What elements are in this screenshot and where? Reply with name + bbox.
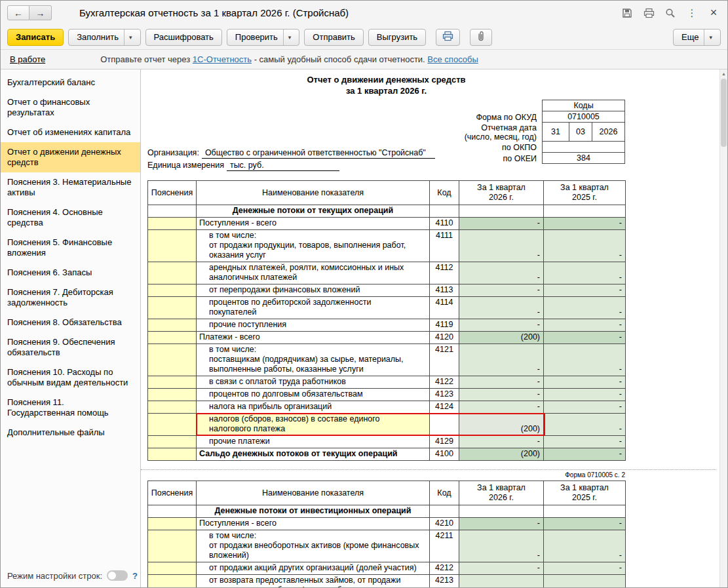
save-icon[interactable] (621, 7, 633, 19)
explanation-cell[interactable] (148, 389, 197, 401)
value-2025-cell[interactable]: - (544, 332, 626, 344)
value-2025-cell[interactable]: - (544, 448, 626, 461)
explanation-cell[interactable] (148, 448, 197, 461)
value-2025-cell[interactable]: - (544, 436, 626, 448)
explanation-cell[interactable] (148, 530, 197, 562)
value-2025-cell[interactable]: - (544, 414, 626, 436)
more-actions-button[interactable]: Еще▾ (673, 29, 721, 46)
code-cell (430, 414, 459, 436)
explanation-cell[interactable] (148, 297, 197, 319)
sidebar-item[interactable]: Дополнительные файлы (1, 423, 140, 442)
sidebar-item[interactable]: Бухгалтерский баланс (1, 73, 140, 92)
value-2025-cell[interactable]: - (544, 562, 626, 575)
value-2026-cell[interactable]: - (459, 389, 544, 401)
value-2025-cell[interactable]: - (544, 376, 626, 389)
explanation-cell[interactable] (148, 230, 197, 262)
forward-button[interactable]: → (29, 5, 52, 20)
value-2025-cell[interactable]: - (544, 344, 626, 376)
sidebar-item[interactable]: Пояснения 9. Обеспечения обязательств (1, 332, 140, 363)
scroll-up-icon[interactable]: ▲ (720, 69, 727, 78)
codes-header-cell: Коды (542, 100, 625, 111)
value-2026-cell[interactable]: - (459, 284, 544, 297)
value-2026-cell[interactable]: - (459, 575, 544, 588)
sidebar-item[interactable]: Отчет о финансовых результатах (1, 92, 140, 123)
sidebar-item[interactable]: Пояснения 11. Государственная помощь (1, 393, 140, 423)
chevron-down-icon[interactable]: ▾ (704, 29, 712, 45)
table-row: от перепродажи финансовых вложений4113-- (148, 284, 626, 297)
row-settings-toggle[interactable] (107, 570, 128, 581)
explanation-cell[interactable] (148, 218, 197, 230)
reporting-service-link[interactable]: 1С-Отчетность (193, 54, 252, 64)
value-2025-cell[interactable]: - (544, 284, 626, 297)
explanation-cell[interactable] (148, 262, 197, 284)
fill-button[interactable]: Заполнить▾ (68, 29, 140, 46)
explanation-cell[interactable] (148, 319, 197, 332)
explanation-cell[interactable] (148, 284, 197, 297)
sidebar-item[interactable]: Пояснения 4. Основные средства (1, 203, 140, 233)
export-button[interactable]: Выгрузить (368, 29, 426, 46)
value-2025-cell[interactable]: - (544, 218, 626, 230)
value-2025-cell[interactable]: - (544, 319, 626, 332)
value-2025-cell[interactable]: - (544, 575, 626, 588)
sidebar-item[interactable]: Отчет о движении денежных средств (1, 142, 140, 172)
more-icon[interactable]: ⋮ (686, 7, 698, 19)
explanation-cell[interactable] (148, 414, 197, 436)
sidebar-item[interactable]: Пояснения 7. Дебиторская задолженность (1, 283, 140, 313)
cash-flow-table-1: ПоясненияНаименование показателяКодЗа 1 … (147, 180, 626, 461)
all-methods-link[interactable]: Все способы (427, 54, 478, 64)
scrollbar-thumb[interactable] (721, 79, 727, 147)
explanation-cell[interactable] (148, 376, 197, 389)
send-button[interactable]: Отправить (304, 29, 363, 46)
value-2026-cell[interactable]: - (459, 344, 544, 376)
value-2025-cell[interactable]: - (544, 262, 626, 284)
value-2026-cell[interactable]: - (459, 230, 544, 262)
value-2025-cell[interactable]: - (544, 401, 626, 414)
sidebar-item[interactable]: Пояснения 8. Обязательства (1, 313, 140, 332)
value-2026-cell[interactable]: (200) (459, 448, 544, 461)
close-icon[interactable]: × (708, 7, 719, 19)
search-icon[interactable] (664, 7, 676, 19)
explanation-cell[interactable] (148, 401, 197, 414)
value-2026-cell[interactable]: (200) (459, 332, 544, 344)
sidebar-item[interactable]: Пояснения 3. Нематериальные активы (1, 172, 140, 203)
print-button[interactable] (436, 29, 460, 46)
status-badge[interactable]: В работе (10, 54, 45, 64)
value-2026-cell[interactable]: - (459, 401, 544, 414)
sidebar-item[interactable]: Пояснения 5. Финансовые вложения (1, 233, 140, 263)
explanation-cell[interactable] (148, 575, 197, 588)
attach-button[interactable] (470, 29, 492, 46)
value-2025-cell[interactable]: - (544, 389, 626, 401)
value-2026-cell[interactable]: - (459, 297, 544, 319)
value-2025-cell[interactable]: - (544, 530, 626, 562)
value-2026-cell[interactable]: - (459, 262, 544, 284)
back-button[interactable]: ← (7, 5, 29, 20)
value-2026-cell[interactable]: - (459, 436, 544, 448)
value-2026-cell[interactable]: - (459, 319, 544, 332)
print-icon[interactable] (643, 7, 655, 19)
value-2025-cell[interactable]: - (544, 297, 626, 319)
check-button[interactable]: Проверить▾ (227, 29, 300, 46)
value-2026-cell[interactable]: (200) (459, 414, 544, 436)
help-icon[interactable]: ? (132, 571, 138, 581)
sidebar-item[interactable]: Пояснения 10. Расходы по обычным видам д… (1, 363, 140, 393)
value-2026-cell[interactable]: - (459, 518, 544, 530)
chevron-down-icon[interactable]: ▾ (124, 29, 132, 45)
value-2026-cell[interactable]: - (459, 376, 544, 389)
sidebar-item[interactable]: Отчет об изменениях капитала (1, 123, 140, 142)
value-2025-cell[interactable]: - (544, 230, 626, 262)
value-2026-cell[interactable]: - (459, 530, 544, 562)
explanation-cell[interactable] (148, 332, 197, 344)
save-button[interactable]: Записать (7, 29, 64, 46)
explanation-cell[interactable] (148, 518, 197, 530)
chevron-down-icon[interactable]: ▾ (283, 29, 292, 45)
explanation-cell[interactable] (148, 562, 197, 575)
vertical-scrollbar[interactable]: ▲ (719, 69, 727, 587)
value-2026-cell[interactable]: - (459, 562, 544, 575)
sidebar-item[interactable]: Пояснения 6. Запасы (1, 263, 140, 283)
decrypt-button[interactable]: Расшифровать (145, 29, 222, 46)
button-label: Расшифровать (154, 32, 214, 42)
explanation-cell[interactable] (148, 344, 197, 376)
explanation-cell[interactable] (148, 436, 197, 448)
value-2026-cell[interactable]: - (459, 218, 544, 230)
value-2025-cell[interactable]: - (544, 518, 626, 530)
